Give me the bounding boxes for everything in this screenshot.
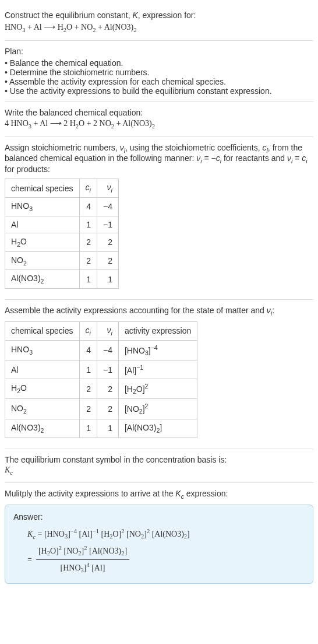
cell-species: H2O: [5, 233, 80, 251]
answer-label: Answer:: [13, 512, 305, 522]
balanced-equation: 4 HNO3 + Al ⟶ 2 H2O + 2 NO2 + Al(NO3)2: [5, 118, 313, 130]
col-activity: activity expression: [118, 321, 197, 340]
cell-v: 2: [97, 233, 118, 251]
col-ci: ci: [79, 179, 97, 198]
cell-species: HNO3: [5, 340, 80, 360]
plan-list: Balance the chemical equation. Determine…: [5, 58, 313, 96]
table-row: Al 1 −1: [5, 216, 119, 233]
table-row: NO2 2 2: [5, 251, 119, 270]
table-header-row: chemical species ci νi: [5, 179, 119, 198]
table-row: NO2 2 2 [NO2]2: [5, 399, 197, 419]
kc-fraction: [H2O]2 [NO2]2 [Al(NO3)2] [HNO3]4 [Al]: [36, 543, 129, 577]
col-vi: νi: [97, 179, 118, 198]
cell-expr: [NO2]2: [118, 399, 197, 419]
cell-c: 2: [79, 233, 97, 251]
table-row: Al(NO3)2 1 1: [5, 270, 119, 289]
cell-species: H2O: [5, 379, 80, 398]
cell-c: 4: [79, 340, 97, 360]
cell-v: 2: [97, 399, 118, 419]
col-vi: νi: [97, 321, 118, 340]
stoich-section: Assign stoichiometric numbers, νi, using…: [5, 137, 313, 300]
cell-species: NO2: [5, 251, 80, 270]
cell-expr: [Al]−1: [118, 360, 197, 379]
cell-species: HNO3: [5, 197, 80, 216]
title-text: Construct the equilibrium constant, K, e…: [5, 10, 196, 20]
activity-section: Assemble the activity expressions accoun…: [5, 300, 313, 449]
balanced-heading: Write the balanced chemical equation:: [5, 108, 313, 117]
plan-item: Balance the chemical equation.: [5, 58, 313, 68]
plan-section: Plan: Balance the chemical equation. Det…: [5, 41, 313, 102]
cell-v: −4: [97, 197, 118, 216]
plan-item: Determine the stoichiometric numbers.: [5, 68, 313, 77]
cell-v: −4: [97, 340, 118, 360]
construct-heading: Construct the equilibrium constant, K, e…: [5, 10, 313, 20]
cell-v: −1: [97, 216, 118, 233]
plan-heading: Plan:: [5, 47, 313, 56]
cell-expr: [HNO3]−4: [118, 340, 197, 360]
cell-c: 2: [79, 399, 97, 419]
unbalanced-equation: HNO3 + Al ⟶ H2O + NO2 + Al(NO3)2: [5, 22, 313, 33]
cell-species: Al: [5, 216, 80, 233]
activity-heading: Assemble the activity expressions accoun…: [5, 306, 313, 317]
table-row: H2O 2 2: [5, 233, 119, 251]
balanced-section: Write the balanced chemical equation: 4 …: [5, 102, 313, 137]
cell-species: Al(NO3)2: [5, 270, 80, 289]
cell-c: 1: [79, 270, 97, 289]
plan-item: Assemble the activity expression for eac…: [5, 77, 313, 86]
symbol-heading: The equilibrium constant symbol in the c…: [5, 455, 313, 464]
table-header-row: chemical species ci νi activity expressi…: [5, 321, 197, 340]
stoich-heading: Assign stoichiometric numbers, νi, using…: [5, 143, 313, 174]
cell-v: 2: [97, 251, 118, 270]
cell-c: 1: [79, 360, 97, 379]
kc-numerator: [H2O]2 [NO2]2 [Al(NO3)2]: [36, 543, 129, 560]
table-row: Al 1 −1 [Al]−1: [5, 360, 197, 379]
plan-item: Use the activity expressions to build th…: [5, 86, 313, 96]
cell-c: 2: [79, 251, 97, 270]
multiply-heading: Mulitply the activity expressions to arr…: [5, 489, 313, 500]
answer-box: Answer: Kc = [HNO3]−4 [Al]−1 [H2O]2 [NO2…: [5, 505, 313, 584]
cell-c: 4: [79, 197, 97, 216]
kc-symbol: Kc: [5, 466, 313, 476]
kc-expression: Kc = [HNO3]−4 [Al]−1 [H2O]2 [NO2]2 [Al(N…: [27, 526, 305, 576]
cell-expr: [H2O]2: [118, 379, 197, 398]
col-species: chemical species: [5, 179, 80, 198]
table-row: H2O 2 2 [H2O]2: [5, 379, 197, 398]
cell-species: NO2: [5, 399, 80, 419]
cell-v: 2: [97, 379, 118, 398]
cell-species: Al: [5, 360, 80, 379]
activity-table: chemical species ci νi activity expressi…: [5, 321, 197, 438]
cell-c: 2: [79, 379, 97, 398]
stoich-table: chemical species ci νi HNO3 4 −4 Al 1 −1…: [5, 178, 119, 289]
col-species: chemical species: [5, 321, 80, 340]
title-section: Construct the equilibrium constant, K, e…: [5, 5, 313, 41]
table-row: HNO3 4 −4: [5, 197, 119, 216]
multiply-section: Mulitply the activity expressions to arr…: [5, 483, 313, 590]
kc-denominator: [HNO3]4 [Al]: [36, 560, 129, 576]
table-row: Al(NO3)2 1 1 [Al(NO3)2]: [5, 419, 197, 438]
cell-v: 1: [97, 270, 118, 289]
cell-species: Al(NO3)2: [5, 419, 80, 438]
cell-c: 1: [79, 419, 97, 438]
cell-v: 1: [97, 419, 118, 438]
symbol-section: The equilibrium constant symbol in the c…: [5, 449, 313, 484]
cell-expr: [Al(NO3)2]: [118, 419, 197, 438]
table-row: HNO3 4 −4 [HNO3]−4: [5, 340, 197, 360]
col-ci: ci: [79, 321, 97, 340]
cell-c: 1: [79, 216, 97, 233]
cell-v: −1: [97, 360, 118, 379]
